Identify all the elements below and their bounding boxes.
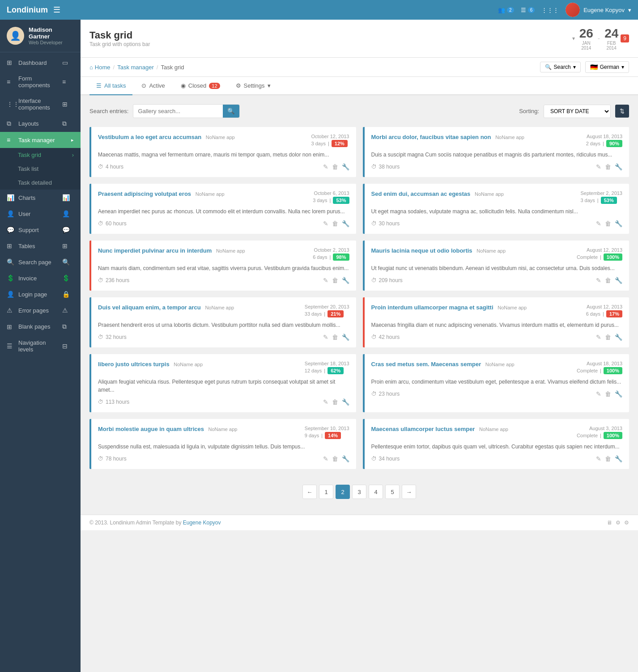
task-delete-btn[interactable]: 🗑 — [605, 220, 611, 227]
task-edit-btn[interactable]: ✎ — [596, 390, 601, 397]
task-edit-btn[interactable]: ✎ — [596, 163, 601, 170]
pagination-page-4[interactable]: 4 — [369, 485, 383, 499]
sidebar-item-form-components[interactable]: ≡ Form components ≡ — [0, 71, 81, 93]
task-edit-btn[interactable]: ✎ — [323, 277, 328, 284]
task-delete-btn[interactable]: 🗑 — [605, 455, 611, 462]
sidebar-item-layouts[interactable]: ⧉ Layouts ⧉ — [0, 115, 81, 132]
task-title[interactable]: Proin interdum ullamcorper magna et sagi… — [371, 304, 493, 311]
tab-active[interactable]: ⊙ Active — [135, 77, 171, 95]
footer-settings-icon[interactable]: ⚙ — [616, 520, 621, 526]
task-title[interactable]: Sed enim dui, accumsan ac egestas — [371, 190, 471, 197]
sidebar-item-invoice[interactable]: 💲 Invoice 💲 — [0, 270, 81, 286]
task-delete-btn[interactable]: 🗑 — [332, 455, 338, 462]
task-tools-btn[interactable]: 🔧 — [342, 455, 349, 462]
task-edit-btn[interactable]: ✎ — [596, 277, 601, 284]
tab-all-tasks[interactable]: ☰ All tasks — [89, 77, 132, 95]
task-delete-btn[interactable]: 🗑 — [605, 277, 611, 284]
sidebar-sub-task-list[interactable]: Task list — [0, 162, 81, 176]
sort-order-btn[interactable]: ⇅ — [615, 105, 629, 118]
pagination-prev[interactable]: ← — [302, 485, 317, 499]
footer-sliders-icon[interactable]: ⚙ — [624, 520, 629, 526]
date-dropdown-icon[interactable]: ▾ — [572, 35, 575, 42]
pagination-page-5[interactable]: 5 — [385, 485, 400, 499]
pagination-next[interactable]: → — [402, 485, 416, 499]
task-edit-btn[interactable]: ✎ — [323, 220, 328, 227]
task-delete-btn[interactable]: 🗑 — [605, 390, 611, 397]
task-delete-btn[interactable]: 🗑 — [605, 163, 611, 170]
lists-badge[interactable]: ☰ 6 — [521, 7, 535, 13]
sidebar-sub-task-grid[interactable]: Task grid › — [0, 148, 81, 162]
sidebar-item-login-page[interactable]: 👤 Login page 🔒 — [0, 286, 81, 302]
task-tools-btn[interactable]: 🔧 — [342, 277, 349, 284]
breadcrumb-home[interactable]: ⌂ Home — [89, 64, 111, 71]
sidebar-item-task-manager[interactable]: ≡ Task manager ▸ — [0, 132, 81, 148]
sidebar-item-interface-components[interactable]: ⋮⋮ Interface components ⊞ — [0, 93, 81, 115]
task-title[interactable]: Morbi arcu dolor, faucibus vitae sapien … — [371, 134, 491, 140]
task-tools-btn[interactable]: 🔧 — [615, 455, 622, 462]
menu-toggle-icon[interactable]: ☰ — [53, 5, 60, 15]
sidebar-item-navigation-levels[interactable]: ☰ Navigation levels ⊟ — [0, 335, 81, 357]
task-delete-btn[interactable]: 🗑 — [332, 334, 338, 341]
task-body: Proin enim arcu, condimentum vitae vesti… — [371, 378, 623, 386]
task-tools-btn[interactable]: 🔧 — [615, 334, 622, 341]
task-title[interactable]: libero justo ultrices turpis — [98, 361, 170, 368]
breadcrumb-task-manager[interactable]: Task manager — [117, 64, 154, 71]
grid-icon[interactable]: ⋮⋮⋮ — [541, 7, 559, 13]
search-submit-btn[interactable]: 🔍 — [223, 105, 239, 118]
task-title[interactable]: Morbi molestie augue in quam ultrices — [98, 426, 204, 432]
sidebar-item-dashboard[interactable]: ⊞ Dashboard ▭ — [0, 55, 81, 71]
sidebar-item-charts[interactable]: 📊 Charts 📊 — [0, 190, 81, 206]
task-tools-btn[interactable]: 🔧 — [615, 220, 622, 227]
pagination-page-2[interactable]: 2 — [336, 485, 350, 499]
tab-settings[interactable]: ⚙ Settings ▾ — [229, 77, 277, 95]
pagination-page-3[interactable]: 3 — [352, 485, 366, 499]
task-body: Maecenas mattis, magna vel fermentum orn… — [98, 151, 349, 159]
users-badge[interactable]: 👥 2 — [498, 7, 514, 13]
sidebar-item-user[interactable]: 👤 User 👤 — [0, 206, 81, 222]
task-delete-btn[interactable]: 🗑 — [332, 277, 338, 284]
task-title[interactable]: Maecenas ullamcorper luctus semper — [371, 426, 475, 432]
task-tools-btn[interactable]: 🔧 — [342, 163, 349, 170]
task-title[interactable]: Vestibulum a leo eget arcu accumsan — [98, 134, 201, 140]
footer-screen-icon[interactable]: 🖥 — [607, 520, 612, 526]
task-delete-btn[interactable]: 🗑 — [605, 334, 611, 341]
task-tools-btn[interactable]: 🔧 — [342, 334, 349, 341]
task-edit-btn[interactable]: ✎ — [323, 163, 328, 170]
task-tools-btn[interactable]: 🔧 — [615, 277, 622, 284]
sidebar-item-blank-pages[interactable]: ⊞ Blank pages ⧉ — [0, 318, 81, 335]
language-dropdown-btn[interactable]: 🇩🇪 German ▾ — [585, 61, 629, 73]
task-edit-btn[interactable]: ✎ — [596, 455, 601, 462]
task-edit-btn[interactable]: ✎ — [596, 220, 601, 227]
task-delete-btn[interactable]: 🗑 — [332, 398, 338, 406]
pagination-page-1[interactable]: 1 — [319, 485, 333, 499]
task-tools-btn[interactable]: 🔧 — [615, 390, 622, 397]
task-title[interactable]: Nunc imperdiet pulvinar arcu in interdum — [98, 247, 212, 254]
task-title[interactable]: Duis vel aliquam enim, a tempor arcu — [98, 304, 201, 311]
task-tools-btn[interactable]: 🔧 — [615, 163, 622, 170]
task-delete-btn[interactable]: 🗑 — [332, 163, 338, 170]
sidebar-item-search-page[interactable]: 🔍 Search page 🔍 — [0, 254, 81, 270]
task-date: September 10, 2013 — [305, 426, 349, 431]
tab-closed[interactable]: ◉ Closed 12 — [174, 77, 227, 95]
search-input[interactable] — [133, 105, 223, 117]
sidebar-item-tables[interactable]: ⊞ Tables ⊞ — [0, 238, 81, 254]
task-edit-btn[interactable]: ✎ — [596, 334, 601, 341]
user-menu[interactable]: Eugene Kopyov ▾ — [566, 3, 631, 17]
task-tools-btn[interactable]: 🔧 — [342, 398, 349, 406]
task-edit-btn[interactable]: ✎ — [323, 398, 328, 406]
task-meta: September 20, 2013 33 days | 21% — [305, 304, 349, 317]
task-edit-btn[interactable]: ✎ — [323, 455, 328, 462]
task-tools-btn[interactable]: 🔧 — [342, 220, 349, 227]
footer-link[interactable]: Eugene Kopyov — [183, 520, 221, 526]
task-title[interactable]: Praesent adipiscing volutpat eros — [98, 190, 191, 197]
task-title[interactable]: Cras sed metus sem. Maecenas semper — [371, 361, 481, 368]
date-from-month: JAN — [579, 41, 593, 46]
sidebar-item-support[interactable]: 💬 Support 💬 — [0, 222, 81, 238]
task-title[interactable]: Mauris lacinia neque ut odio lobortis — [371, 247, 472, 254]
search-dropdown-btn[interactable]: 🔍 Search ▾ — [540, 62, 581, 72]
sidebar-item-error-pages[interactable]: ⚠ Error pages ⚠ — [0, 302, 81, 318]
task-delete-btn[interactable]: 🗑 — [332, 220, 338, 227]
task-edit-btn[interactable]: ✎ — [323, 334, 328, 341]
sort-select[interactable]: SORT BY DATE — [544, 105, 611, 118]
sidebar-sub-task-detailed[interactable]: Task detailed — [0, 176, 81, 190]
